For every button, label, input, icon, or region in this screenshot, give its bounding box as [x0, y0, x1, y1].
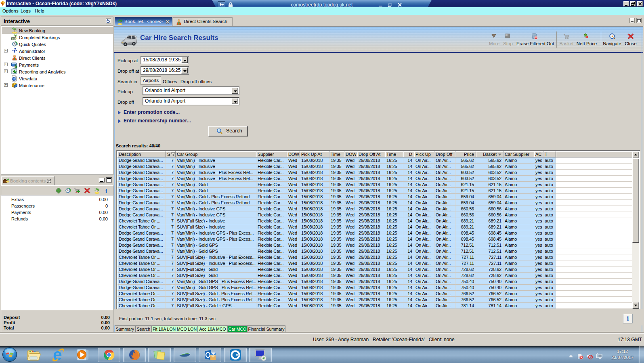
svg-text:i: i [105, 188, 107, 194]
svg-text:$: $ [15, 63, 17, 68]
